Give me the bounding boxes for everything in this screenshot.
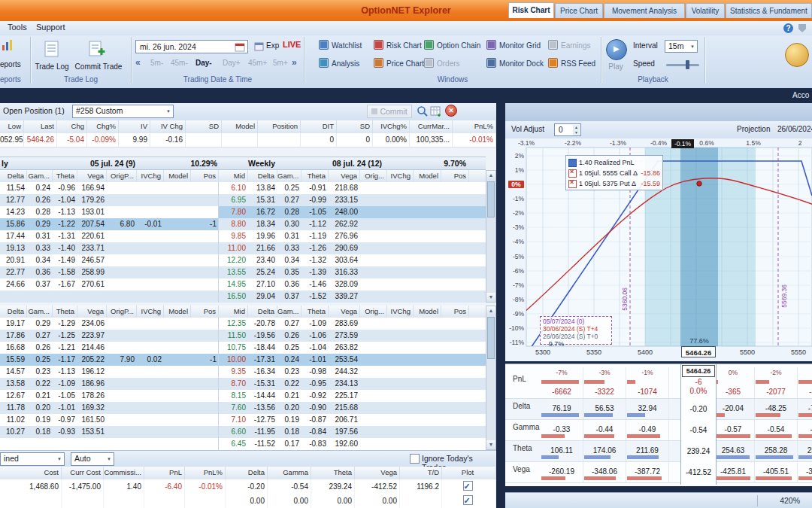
greek-cell-gamma[interactable]: -0.57 [712, 420, 755, 441]
chain-row-left[interactable]: 16.680.26-1.21214.46 [0, 342, 219, 354]
auto-dropdown[interactable]: Auto [71, 452, 114, 466]
chain-row-right[interactable]: 6.60-11.950.18-0.84197.56 [219, 426, 486, 438]
chain-row-left[interactable]: 13.580.22-1.09186.96 [0, 378, 219, 390]
greek-cell-delta[interactable]: 56.53 [583, 399, 626, 420]
step-forward-chevron-icon[interactable]: » [292, 57, 297, 68]
toggle-analysis[interactable]: Analysis [319, 58, 359, 69]
tab-volatility[interactable]: Volatility [686, 3, 725, 18]
greek-cell-theta[interactable]: 251.40 [798, 441, 812, 462]
chain-row-left[interactable]: 17.440.31-1.31220.61 [0, 230, 219, 242]
nav-day-plus[interactable]: Day+ [223, 59, 241, 67]
chain-row-right[interactable]: 8.15-14.440.21-0.92225.17 [219, 390, 486, 402]
toggle-option-chain[interactable]: Option Chain [424, 40, 480, 51]
greek-cell-theta[interactable]: 211.69 [626, 441, 669, 462]
greek-cell-pnl[interactable]: -7%-6662 [541, 367, 583, 399]
current-price-column[interactable]: 5464.26-60.0%-0.20-0.54239.24-412.52 [680, 364, 717, 485]
legend-call-leg[interactable]: 1 05jul. 5555 Call Δ-15.86 [568, 168, 660, 178]
step-back-chevron-icon[interactable]: « [135, 57, 141, 68]
chain-row-left[interactable] [0, 438, 219, 450]
menu-support[interactable]: Support [33, 23, 68, 32]
chain-row-right[interactable]: 9.35-16.340.23-0.98244.32 [219, 366, 486, 378]
greek-cell-vega[interactable]: -425.81 [712, 462, 755, 483]
chain-row-left[interactable]: 19.130.33-1.40233.71 [0, 242, 219, 254]
pin-icon[interactable] [798, 24, 806, 32]
greek-cell-delta[interactable]: -48.25 [755, 399, 798, 420]
chain-row-right[interactable]: 8.70-15.310.22-0.95234.13 [219, 378, 486, 390]
greek-cell-vega[interactable]: -348.06 [583, 462, 626, 483]
scrollbar-thumb[interactable] [487, 181, 495, 217]
greek-cell-pnl[interactable]: -2%-2077 [755, 367, 798, 399]
tab-statistics-fundamentals[interactable]: Statistics & Fundament [726, 3, 812, 18]
greek-cell-delta[interactable]: -76.86 [798, 399, 812, 420]
chain-row-left[interactable]: 12.770.26-1.04179.26 [0, 194, 219, 206]
chain-row-right[interactable]: 7.60-13.560.20-0.90215.68 [219, 402, 486, 414]
greek-cell-delta[interactable]: 76.19 [541, 399, 583, 420]
chain-row-left[interactable]: 22.770.36-1.58258.99 [0, 266, 219, 278]
chain-row-right[interactable]: 7.10-12.750.19-0.87206.71 [219, 414, 486, 426]
chain-row-right[interactable]: 6.1013.840.25-0.91218.68 [219, 182, 486, 194]
scroll-down-icon[interactable] [486, 440, 495, 449]
help-icon[interactable]: ? [783, 23, 793, 33]
legend-put-leg[interactable]: 1 05jul. 5375 Put Δ-15.59 [568, 178, 660, 189]
chain-row-left[interactable]: 15.860.29-1.22207.546.80-0.01-1 [0, 218, 219, 230]
chain-row-left[interactable]: 12.670.21-1.05178.26 [0, 390, 219, 402]
remove-leg-icon[interactable] [568, 180, 577, 188]
nav-45m-plus[interactable]: 45m+ [248, 59, 267, 67]
greek-cell-theta[interactable]: 258.28 [755, 441, 798, 462]
greek-cell-theta[interactable]: 174.06 [583, 441, 626, 462]
scroll-up-icon[interactable] [486, 171, 495, 180]
toggle-monitor-dock[interactable]: Monitor Dock [486, 58, 544, 69]
chain-row-left[interactable]: 19.170.29-1.29234.06 [0, 318, 219, 330]
greek-cell-vega[interactable]: -260.19 [541, 462, 583, 483]
scroll-up-icon[interactable] [486, 306, 495, 315]
nav-45m-minus[interactable]: 45m- [171, 59, 188, 67]
chain-row-right[interactable]: 13.5525.240.35-1.39316.33 [219, 266, 486, 278]
chain-row-right[interactable]: 14.9527.100.36-1.46328.09 [219, 278, 486, 291]
spin-up-icon[interactable]: ▲ [573, 125, 580, 130]
greek-cell-delta[interactable]: 32.94 [626, 399, 669, 420]
toggle-price-chart[interactable]: Price Chart [374, 58, 424, 69]
chain-row-left[interactable]: 11.540.24-0.96166.94 [0, 182, 219, 194]
magnifier-icon[interactable] [417, 105, 429, 117]
greek-cell-gamma[interactable]: -0.49 [626, 420, 669, 441]
reports-button[interactable]: eports [0, 60, 29, 68]
play-button[interactable] [606, 39, 627, 60]
greek-cell-pnl[interactable]: -3%-3322 [583, 367, 626, 399]
greek-cell-pnl[interactable]: -3%-2852 [798, 367, 812, 399]
exp-calendar-icon[interactable] [254, 41, 264, 51]
commit-trade-button[interactable]: Commit Trade [74, 62, 123, 71]
chain-row-left[interactable]: 17.860.27-1.25223.97 [0, 330, 219, 342]
vol-adjust-spinner[interactable]: 0 ▲▼ [554, 123, 581, 136]
greek-cell-vega[interactable]: -405.51 [755, 462, 798, 483]
tab-price-chart[interactable]: Price Chart [555, 3, 603, 18]
combined-dropdown[interactable]: ined [0, 452, 65, 466]
plot-checkbox[interactable] [463, 495, 473, 505]
nav-day-minus[interactable]: Day- [195, 59, 212, 67]
scrollbar-section1[interactable] [486, 170, 496, 303]
greek-cell-gamma[interactable]: -0.54 [755, 420, 798, 441]
greek-cell-gamma[interactable]: -0.44 [583, 420, 626, 441]
chain-row-right[interactable]: 8.8018.340.30-1.12262.92 [219, 218, 486, 230]
current-price-marker[interactable] [697, 181, 701, 186]
scroll-down-icon[interactable] [486, 293, 495, 302]
grid-view-icon[interactable] [430, 105, 442, 117]
zoom-level[interactable]: 420% [780, 496, 800, 505]
chain-row-right[interactable]: 12.35-20.780.27-1.09283.69 [219, 318, 486, 330]
totals-row[interactable]: 0.000.000.000.00 [0, 494, 496, 508]
speed-slider[interactable] [666, 64, 699, 66]
commit-button[interactable]: Commit [367, 105, 412, 118]
greek-cell-vega[interactable]: -387.72 [626, 462, 669, 483]
speed-slider-thumb[interactable] [686, 60, 689, 69]
interval-dropdown[interactable]: 15m [665, 40, 698, 53]
chain-row-left[interactable]: 11.780.20-1.01169.32 [0, 402, 219, 414]
totals-row[interactable]: 1,468.60-1,475.001.40-6.40-0.01%-0.20-0.… [0, 479, 496, 494]
chain-row-left[interactable]: 14.570.23-1.13196.12 [0, 366, 219, 378]
chain-row-right[interactable]: 11.0021.660.33-1.26290.69 [219, 242, 486, 254]
trading-date-input[interactable]: mi. 26 jun. 2024 [135, 40, 248, 53]
nav-5m-minus[interactable]: 5m- [150, 59, 163, 67]
chain-row-left[interactable]: 15.590.25-1.17205.227.900.02-1 [0, 354, 219, 366]
chain-row-right[interactable]: 10.75-18.440.25-1.04263.82 [219, 342, 486, 354]
chain-row-right[interactable]: 6.9515.310.27-0.99233.15 [219, 194, 486, 206]
chain-row-left[interactable]: 11.020.19-0.97161.50 [0, 414, 219, 426]
chain-row-right[interactable]: 6.45-11.520.17-0.83192.60 [219, 438, 486, 450]
